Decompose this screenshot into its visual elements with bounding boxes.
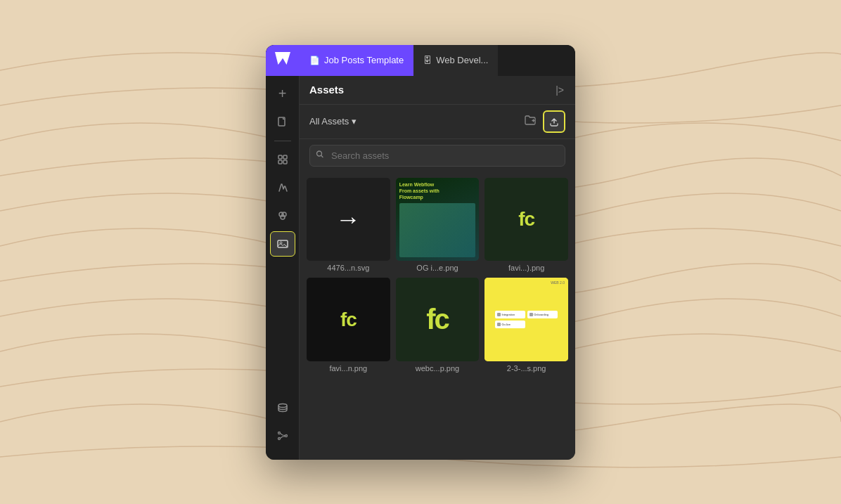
sidebar-item-cms[interactable] — [270, 395, 295, 420]
tab-db-icon: 🗄 — [423, 56, 432, 65]
asset-name: favi...n.png — [307, 364, 390, 373]
tab-web-dev-label: Web Devel... — [436, 55, 488, 65]
all-assets-label: All Assets — [309, 116, 349, 127]
asset-thumbnail: → — [307, 178, 390, 261]
tab-doc-icon: 📄 — [309, 56, 320, 65]
svg-rect-4 — [283, 160, 287, 164]
panel-header-right: |> — [554, 83, 565, 97]
fc-logo-text: fc — [518, 208, 534, 231]
tab-job-posts-label: Job Posts Template — [324, 55, 404, 65]
svg-rect-2 — [283, 155, 287, 159]
svg-point-13 — [285, 434, 287, 437]
asset-thumbnail: Learn WebflowFrom assets withFlowcamp — [396, 178, 480, 261]
all-assets-dropdown[interactable]: All Assets ▾ — [309, 116, 357, 127]
assets-panel: Assets |> All Assets ▾ — [300, 76, 575, 460]
sidebar: + — [266, 76, 300, 460]
search-icon — [316, 150, 324, 161]
filter-bar: All Assets ▾ — [300, 105, 575, 139]
logo-area — [266, 45, 300, 76]
svg-point-10 — [278, 403, 287, 407]
webflow-logo — [275, 52, 290, 68]
top-bar: 📄 Job Posts Template 🗄 Web Devel... — [266, 45, 575, 76]
sidebar-item-components[interactable] — [270, 147, 295, 172]
svg-rect-8 — [278, 240, 288, 247]
main-area: + — [266, 76, 575, 460]
list-item[interactable]: Learn WebflowFrom assets withFlowcamp OG… — [396, 178, 480, 273]
asset-thumbnail: fc — [307, 278, 390, 361]
panel-title: Assets — [309, 84, 344, 96]
sidebar-divider — [274, 141, 291, 141]
add-element-button[interactable]: + — [270, 82, 295, 107]
list-item[interactable]: Integration Onboarding Go-live — [484, 278, 568, 373]
chevron-down-icon: ▾ — [352, 116, 357, 127]
list-item[interactable]: → 4476...n.svg — [307, 178, 390, 273]
tab-web-dev[interactable]: 🗄 Web Devel... — [413, 45, 498, 76]
svg-rect-1 — [278, 155, 282, 159]
fc-logo-text-black: fc — [340, 309, 357, 331]
list-item[interactable]: fc favi...).png — [484, 178, 568, 273]
svg-point-11 — [278, 432, 280, 434]
asset-thumbnail: fc — [484, 178, 568, 261]
upload-button[interactable] — [543, 110, 565, 133]
panel-header: Assets |> — [300, 76, 575, 105]
search-input[interactable] — [309, 145, 565, 167]
assets-grid: → 4476...n.svg Learn WebflowFrom assets … — [300, 172, 575, 460]
filter-right — [523, 110, 565, 133]
sidebar-bottom — [270, 395, 295, 448]
arrow-icon: → — [335, 205, 361, 234]
tab-job-posts[interactable]: 📄 Job Posts Template — [300, 45, 413, 76]
sidebar-item-styles[interactable] — [270, 175, 295, 200]
asset-name: favi...).png — [484, 264, 568, 272]
asset-name: 4476...n.svg — [307, 264, 390, 272]
search-bar — [309, 145, 565, 167]
new-folder-button[interactable] — [523, 114, 537, 129]
sidebar-item-assets[interactable] — [270, 231, 295, 257]
asset-name: OG i...e.png — [396, 264, 480, 272]
svg-point-12 — [278, 437, 280, 439]
asset-name: 2-3-...s.png — [484, 364, 568, 373]
sidebar-item-logic[interactable] — [270, 423, 295, 448]
list-item[interactable]: fc favi...n.png — [307, 278, 390, 373]
asset-thumbnail: fc — [396, 278, 480, 361]
sidebar-top: + — [270, 82, 295, 392]
asset-name: webc...p.png — [396, 364, 480, 373]
sidebar-item-pages[interactable] — [270, 110, 295, 135]
list-item[interactable]: fc webc...p.png — [396, 278, 480, 373]
asset-thumbnail: Integration Onboarding Go-live — [484, 278, 568, 361]
collapse-button[interactable]: |> — [554, 83, 565, 97]
sidebar-item-colors[interactable] — [270, 203, 295, 228]
app-window: 📄 Job Posts Template 🗄 Web Devel... + — [266, 45, 575, 460]
svg-rect-3 — [278, 160, 282, 164]
